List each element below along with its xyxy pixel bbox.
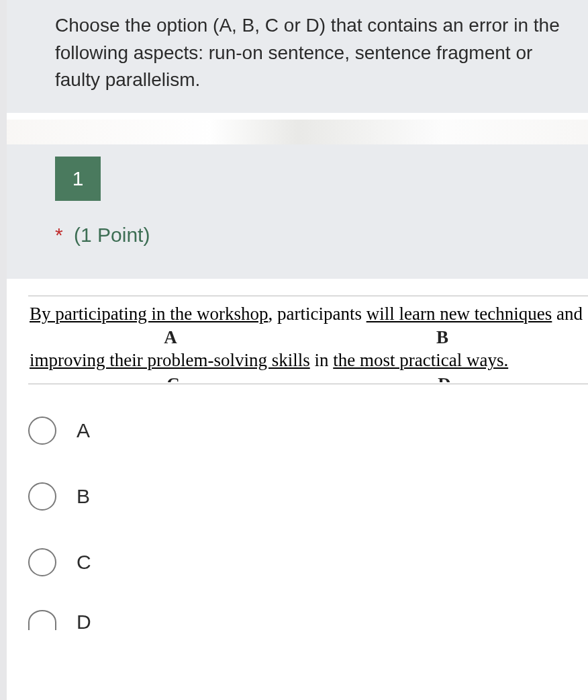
segment-c: improving their problem-solving skills bbox=[30, 350, 310, 370]
radio-icon bbox=[28, 548, 56, 576]
text-after-a: , participants bbox=[268, 304, 366, 324]
segment-b: will learn new techniques bbox=[366, 304, 552, 324]
segment-a: By participating in the workshop bbox=[30, 304, 268, 324]
label-d: D bbox=[317, 374, 572, 382]
required-asterisk: * bbox=[55, 224, 63, 246]
text-between-cd: in bbox=[310, 350, 334, 370]
page: Choose the option (A, B, C or D) that co… bbox=[0, 0, 588, 700]
option-d[interactable]: D bbox=[28, 595, 588, 649]
option-a[interactable]: A bbox=[28, 398, 588, 464]
option-label: C bbox=[77, 551, 91, 574]
question-number-badge: 1 bbox=[55, 157, 101, 201]
points-row: * (1 Point) bbox=[55, 224, 576, 247]
sentence-line-1: By participating in the workshop, partic… bbox=[30, 302, 588, 326]
question-number: 1 bbox=[72, 167, 84, 190]
radio-icon bbox=[28, 610, 56, 634]
option-label: B bbox=[77, 485, 90, 508]
points-label: (1 Point) bbox=[74, 224, 150, 246]
instructions-text: Choose the option (A, B, C or D) that co… bbox=[55, 15, 560, 90]
left-gutter bbox=[0, 0, 7, 700]
labels-row-1: A B bbox=[30, 327, 588, 348]
radio-icon bbox=[28, 417, 56, 445]
label-c: C bbox=[30, 374, 317, 382]
segment-d: the most practical ways. bbox=[333, 350, 508, 370]
label-a: A bbox=[30, 327, 311, 348]
option-label: A bbox=[77, 419, 90, 442]
option-c[interactable]: C bbox=[28, 529, 588, 595]
text-after-b: and bbox=[552, 304, 583, 324]
option-label: D bbox=[77, 611, 91, 633]
question-header: 1 * (1 Point) bbox=[7, 144, 588, 279]
option-b[interactable]: B bbox=[28, 464, 588, 529]
instructions-panel: Choose the option (A, B, C or D) that co… bbox=[7, 0, 588, 113]
options-list: A B C D bbox=[28, 398, 588, 649]
radio-icon bbox=[28, 482, 56, 511]
question-sentence-image: By participating in the workshop, partic… bbox=[28, 296, 588, 384]
label-b: B bbox=[311, 327, 573, 348]
sentence-line-2: improving their problem-solving skills i… bbox=[30, 348, 588, 372]
labels-row-2: C D bbox=[30, 374, 588, 382]
